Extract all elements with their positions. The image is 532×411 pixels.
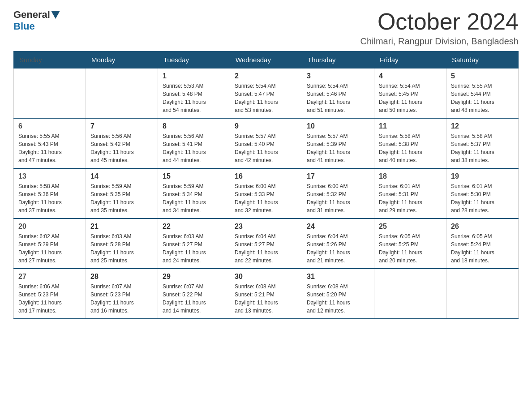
calendar-cell: 7Sunrise: 5:56 AM Sunset: 5:42 PM Daylig… xyxy=(86,118,158,168)
calendar-cell xyxy=(86,68,158,119)
title-area: October 2024 Chilmari, Rangpur Division,… xyxy=(360,9,519,47)
day-number: 28 xyxy=(90,273,153,281)
day-number: 23 xyxy=(235,223,297,231)
day-number: 13 xyxy=(18,172,81,180)
day-number: 26 xyxy=(451,223,514,231)
logo-general-text: General xyxy=(13,9,50,21)
calendar-cell: 18Sunrise: 6:01 AM Sunset: 5:31 PM Dayli… xyxy=(374,168,446,218)
calendar-cell: 28Sunrise: 6:07 AM Sunset: 5:23 PM Dayli… xyxy=(86,269,158,319)
day-info: Sunrise: 5:58 AM Sunset: 5:37 PM Dayligh… xyxy=(451,132,514,164)
day-number: 24 xyxy=(307,223,369,231)
calendar-week-row: 20Sunrise: 6:02 AM Sunset: 5:29 PM Dayli… xyxy=(14,218,519,269)
day-info: Sunrise: 5:56 AM Sunset: 5:42 PM Dayligh… xyxy=(90,132,153,164)
day-number: 27 xyxy=(18,273,81,281)
day-number: 5 xyxy=(451,72,514,80)
day-info: Sunrise: 6:08 AM Sunset: 5:20 PM Dayligh… xyxy=(307,283,369,315)
calendar-cell: 1Sunrise: 5:53 AM Sunset: 5:48 PM Daylig… xyxy=(158,68,230,119)
day-info: Sunrise: 5:57 AM Sunset: 5:40 PM Dayligh… xyxy=(235,132,297,164)
day-number: 20 xyxy=(18,223,81,231)
calendar-cell: 16Sunrise: 6:00 AM Sunset: 5:33 PM Dayli… xyxy=(230,168,302,218)
calendar-week-row: 27Sunrise: 6:06 AM Sunset: 5:23 PM Dayli… xyxy=(14,269,519,319)
calendar-cell: 29Sunrise: 6:07 AM Sunset: 5:22 PM Dayli… xyxy=(158,269,230,319)
day-info: Sunrise: 6:04 AM Sunset: 5:27 PM Dayligh… xyxy=(235,232,297,265)
calendar-cell: 20Sunrise: 6:02 AM Sunset: 5:29 PM Dayli… xyxy=(14,218,86,269)
calendar-cell: 17Sunrise: 6:00 AM Sunset: 5:32 PM Dayli… xyxy=(302,168,374,218)
day-number: 17 xyxy=(307,172,369,180)
day-number: 21 xyxy=(90,223,153,231)
day-number: 31 xyxy=(307,273,369,281)
day-info: Sunrise: 5:54 AM Sunset: 5:46 PM Dayligh… xyxy=(307,82,369,114)
calendar-cell: 22Sunrise: 6:03 AM Sunset: 5:27 PM Dayli… xyxy=(158,218,230,269)
day-info: Sunrise: 5:55 AM Sunset: 5:43 PM Dayligh… xyxy=(18,132,81,164)
calendar-cell: 10Sunrise: 5:57 AM Sunset: 5:39 PM Dayli… xyxy=(302,118,374,168)
day-number: 15 xyxy=(163,172,225,180)
day-number: 18 xyxy=(379,172,442,180)
calendar-cell: 31Sunrise: 6:08 AM Sunset: 5:20 PM Dayli… xyxy=(302,269,374,319)
day-info: Sunrise: 6:01 AM Sunset: 5:30 PM Dayligh… xyxy=(451,182,514,214)
calendar-header-row: SundayMondayTuesdayWednesdayThursdayFrid… xyxy=(14,51,519,68)
calendar-cell: 30Sunrise: 6:08 AM Sunset: 5:21 PM Dayli… xyxy=(230,269,302,319)
day-info: Sunrise: 5:55 AM Sunset: 5:44 PM Dayligh… xyxy=(451,82,514,114)
day-number: 14 xyxy=(90,172,153,180)
day-info: Sunrise: 6:00 AM Sunset: 5:33 PM Dayligh… xyxy=(235,182,297,214)
calendar-header-tuesday: Tuesday xyxy=(158,51,230,68)
calendar-header-monday: Monday xyxy=(86,51,158,68)
calendar-header-sunday: Sunday xyxy=(14,51,86,68)
day-info: Sunrise: 5:56 AM Sunset: 5:41 PM Dayligh… xyxy=(163,132,225,164)
day-number: 7 xyxy=(90,122,153,130)
day-number: 29 xyxy=(163,273,225,281)
day-number: 11 xyxy=(379,122,442,130)
day-info: Sunrise: 6:07 AM Sunset: 5:22 PM Dayligh… xyxy=(163,283,225,315)
day-info: Sunrise: 5:54 AM Sunset: 5:47 PM Dayligh… xyxy=(235,82,297,114)
day-number: 3 xyxy=(307,72,369,80)
day-info: Sunrise: 6:04 AM Sunset: 5:26 PM Dayligh… xyxy=(307,232,369,265)
calendar-cell xyxy=(374,269,446,319)
calendar-cell: 3Sunrise: 5:54 AM Sunset: 5:46 PM Daylig… xyxy=(302,68,374,119)
day-number: 16 xyxy=(235,172,297,180)
logo: General Blue xyxy=(13,9,61,32)
day-info: Sunrise: 6:08 AM Sunset: 5:21 PM Dayligh… xyxy=(235,283,297,315)
day-number: 25 xyxy=(379,223,442,231)
day-info: Sunrise: 6:06 AM Sunset: 5:23 PM Dayligh… xyxy=(18,283,81,315)
calendar-cell xyxy=(14,68,86,119)
day-info: Sunrise: 5:59 AM Sunset: 5:35 PM Dayligh… xyxy=(90,182,153,214)
calendar-cell: 24Sunrise: 6:04 AM Sunset: 5:26 PM Dayli… xyxy=(302,218,374,269)
day-number: 10 xyxy=(307,122,369,130)
calendar-cell: 26Sunrise: 6:05 AM Sunset: 5:24 PM Dayli… xyxy=(446,218,519,269)
day-number: 1 xyxy=(163,72,225,80)
day-info: Sunrise: 5:58 AM Sunset: 5:38 PM Dayligh… xyxy=(379,132,442,164)
calendar-cell: 9Sunrise: 5:57 AM Sunset: 5:40 PM Daylig… xyxy=(230,118,302,168)
page-header: General Blue October 2024 Chilmari, Rang… xyxy=(13,9,519,47)
calendar-cell: 19Sunrise: 6:01 AM Sunset: 5:30 PM Dayli… xyxy=(446,168,519,218)
calendar-cell xyxy=(446,269,519,319)
calendar-week-row: 1Sunrise: 5:53 AM Sunset: 5:48 PM Daylig… xyxy=(14,68,519,119)
day-info: Sunrise: 6:03 AM Sunset: 5:28 PM Dayligh… xyxy=(90,232,153,265)
calendar-cell: 8Sunrise: 5:56 AM Sunset: 5:41 PM Daylig… xyxy=(158,118,230,168)
calendar-cell: 23Sunrise: 6:04 AM Sunset: 5:27 PM Dayli… xyxy=(230,218,302,269)
day-info: Sunrise: 5:59 AM Sunset: 5:34 PM Dayligh… xyxy=(163,182,225,214)
day-info: Sunrise: 6:02 AM Sunset: 5:29 PM Dayligh… xyxy=(18,232,81,265)
calendar-cell: 2Sunrise: 5:54 AM Sunset: 5:47 PM Daylig… xyxy=(230,68,302,119)
calendar-cell: 15Sunrise: 5:59 AM Sunset: 5:34 PM Dayli… xyxy=(158,168,230,218)
calendar-cell: 12Sunrise: 5:58 AM Sunset: 5:37 PM Dayli… xyxy=(446,118,519,168)
day-number: 12 xyxy=(451,122,514,130)
day-info: Sunrise: 6:07 AM Sunset: 5:23 PM Dayligh… xyxy=(90,283,153,315)
calendar-cell: 6Sunrise: 5:55 AM Sunset: 5:43 PM Daylig… xyxy=(14,118,86,168)
day-info: Sunrise: 5:54 AM Sunset: 5:45 PM Dayligh… xyxy=(379,82,442,114)
calendar-cell: 14Sunrise: 5:59 AM Sunset: 5:35 PM Dayli… xyxy=(86,168,158,218)
calendar-cell: 13Sunrise: 5:58 AM Sunset: 5:36 PM Dayli… xyxy=(14,168,86,218)
logo-blue-text: Blue xyxy=(13,21,35,32)
day-info: Sunrise: 5:53 AM Sunset: 5:48 PM Dayligh… xyxy=(163,82,225,114)
day-number: 4 xyxy=(379,72,442,80)
calendar-cell: 21Sunrise: 6:03 AM Sunset: 5:28 PM Dayli… xyxy=(86,218,158,269)
location-title: Chilmari, Rangpur Division, Bangladesh xyxy=(360,36,519,47)
calendar-header-wednesday: Wednesday xyxy=(230,51,302,68)
calendar-body: 1Sunrise: 5:53 AM Sunset: 5:48 PM Daylig… xyxy=(14,68,519,319)
day-info: Sunrise: 6:00 AM Sunset: 5:32 PM Dayligh… xyxy=(307,182,369,214)
calendar-table: SundayMondayTuesdayWednesdayThursdayFrid… xyxy=(13,51,519,319)
calendar-header-saturday: Saturday xyxy=(446,51,519,68)
calendar-cell: 25Sunrise: 6:05 AM Sunset: 5:25 PM Dayli… xyxy=(374,218,446,269)
calendar-header-friday: Friday xyxy=(374,51,446,68)
calendar-week-row: 13Sunrise: 5:58 AM Sunset: 5:36 PM Dayli… xyxy=(14,168,519,218)
day-info: Sunrise: 6:03 AM Sunset: 5:27 PM Dayligh… xyxy=(163,232,225,265)
